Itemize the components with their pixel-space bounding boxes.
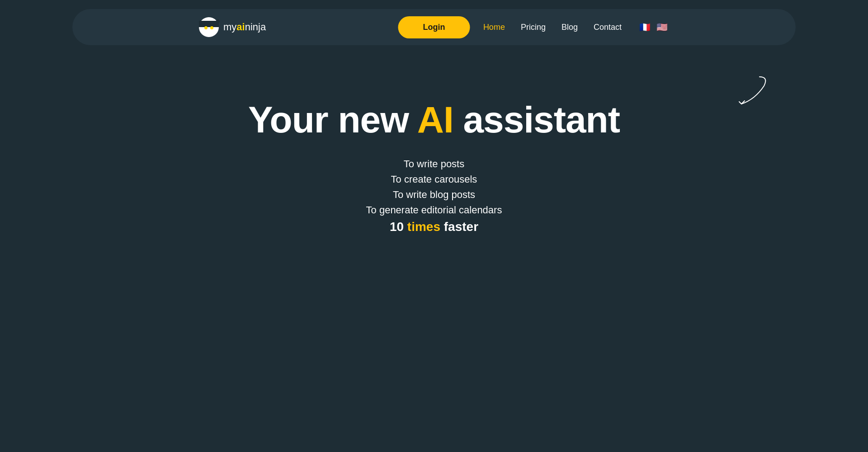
logo-icon — [199, 17, 219, 37]
subtitle-2: To create carousels — [391, 174, 477, 185]
hero-title-ai: AI — [417, 99, 453, 140]
logo-text: myaininja — [223, 21, 266, 33]
login-button[interactable]: Login — [398, 16, 470, 38]
nav-links: Home Pricing Blog Contact 🇫🇷 🇺🇸 — [483, 20, 669, 34]
hero-title-part1: Your new — [248, 99, 417, 140]
nav-link-home[interactable]: Home — [483, 23, 505, 32]
hero-section: Your new AI assistant To write posts To … — [0, 54, 868, 234]
logo-ninja: ninja — [245, 21, 266, 33]
subtitle-4: To generate editorial calendars — [366, 204, 502, 216]
nav-link-blog[interactable]: Blog — [561, 23, 578, 32]
flag-fr[interactable]: 🇫🇷 — [637, 20, 652, 34]
subtitle-3: To write blog posts — [393, 189, 475, 201]
logo-my: my — [223, 21, 236, 33]
hero-subtitles: To write posts To create carousels To wr… — [366, 158, 502, 234]
flag-us[interactable]: 🇺🇸 — [655, 20, 669, 34]
subtitle-1: To write posts — [404, 158, 465, 170]
hero-title-part2: assistant — [453, 99, 620, 140]
eye-left — [204, 26, 208, 29]
navbar: myaininja Login Home Pricing Blog Contac… — [72, 9, 796, 45]
faster-number: 10 — [390, 220, 407, 234]
nav-link-pricing[interactable]: Pricing — [521, 23, 546, 32]
faster-suffix: faster — [440, 220, 478, 234]
nav-link-contact[interactable]: Contact — [594, 23, 622, 32]
login-button-wrapper: Login — [398, 16, 470, 38]
eye-right — [210, 26, 213, 29]
flag-group: 🇫🇷 🇺🇸 — [637, 20, 669, 34]
hero-faster: 10 times faster — [390, 220, 478, 234]
logo[interactable]: myaininja — [199, 17, 266, 37]
faster-times: times — [407, 220, 440, 234]
hero-title: Your new AI assistant — [248, 99, 620, 140]
logo-ai: ai — [236, 21, 245, 33]
